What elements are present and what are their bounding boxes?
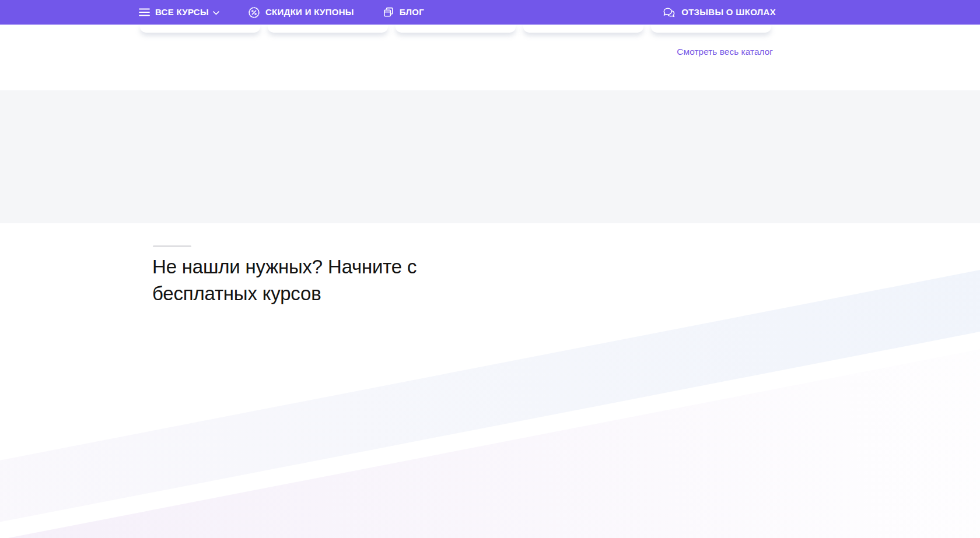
diagonal-stripe-decoration	[0, 297, 980, 538]
nav-left-group: ВСЕ КУРСЫ СКИДКИ И КУПОНЫ	[139, 0, 424, 24]
hamburger-icon	[139, 8, 150, 16]
chat-bubbles-icon	[662, 7, 676, 18]
course-card-remnant	[268, 25, 388, 33]
banner-placeholder	[0, 90, 980, 223]
top-nav-inner: ВСЕ КУРСЫ СКИДКИ И КУПОНЫ	[139, 0, 776, 24]
course-card-remnant	[396, 25, 516, 33]
nav-school-reviews[interactable]: ОТЗЫВЫ О ШКОЛАХ	[662, 0, 776, 24]
free-courses-section: Не нашли нужных? Начните сбесплатных кур…	[0, 223, 980, 538]
course-card-remnant	[651, 25, 771, 33]
free-courses-heading: Не нашли нужных? Начните сбесплатных кур…	[152, 254, 432, 307]
nav-blog[interactable]: БЛОГ	[383, 0, 424, 24]
course-card-remnant	[140, 25, 260, 33]
view-all-catalog-link[interactable]: Смотреть весь каталог	[677, 47, 773, 57]
nav-blog-label: БЛОГ	[400, 0, 424, 24]
nav-all-courses-label: ВСЕ КУРСЫ	[155, 0, 209, 24]
chevron-down-icon	[213, 11, 219, 15]
nav-all-courses[interactable]: ВСЕ КУРСЫ	[139, 0, 219, 24]
diagonal-stripe-decoration	[0, 223, 980, 533]
section-divider	[153, 245, 191, 247]
course-card-remnant	[523, 25, 643, 33]
nav-discounts-label: СКИДКИ И КУПОНЫ	[265, 0, 354, 24]
nav-discounts[interactable]: СКИДКИ И КУПОНЫ	[248, 0, 354, 24]
course-cards-remnant-row	[140, 25, 771, 33]
heading-line-1: Не нашли нужных? Начните с	[152, 256, 416, 277]
discount-badge-icon	[248, 6, 260, 19]
blog-pages-icon	[383, 6, 394, 18]
top-nav-bar: ВСЕ КУРСЫ СКИДКИ И КУПОНЫ	[0, 0, 980, 24]
heading-line-2: бесплатных курсов	[152, 283, 321, 304]
nav-school-reviews-label: ОТЗЫВЫ О ШКОЛАХ	[681, 0, 776, 24]
